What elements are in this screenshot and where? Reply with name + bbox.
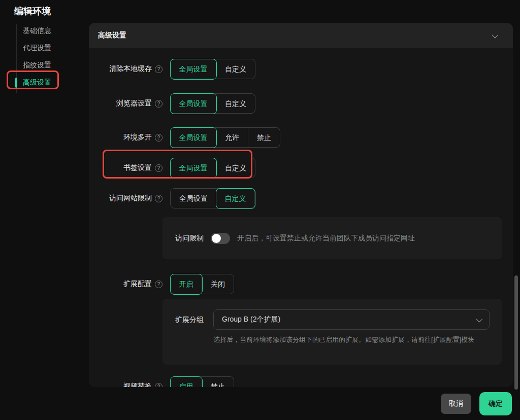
site-access-segmented: 全局设置 自定义: [170, 188, 255, 208]
panel-header-title: 高级设置: [98, 31, 126, 40]
help-icon[interactable]: ?: [155, 100, 162, 108]
help-icon[interactable]: ?: [155, 383, 162, 388]
option-global-settings[interactable]: 全局设置: [171, 189, 216, 208]
advanced-settings-panel: 高级设置 清除本地缓存 ? 全局设置 自定义 浏览器设置 ? 全局设置 自定义: [89, 23, 513, 387]
option-custom[interactable]: 自定义: [216, 158, 255, 178]
option-off[interactable]: 关闭: [202, 274, 234, 294]
option-forbid[interactable]: 禁止: [248, 128, 280, 147]
access-restriction-toggle[interactable]: [211, 233, 230, 244]
option-on[interactable]: 开启: [170, 274, 203, 295]
help-icon[interactable]: ?: [155, 164, 162, 172]
help-icon[interactable]: ?: [155, 134, 162, 142]
browser-settings-segmented: 全局设置 自定义: [170, 93, 255, 114]
extension-group-select[interactable]: Group B (2个扩展): [213, 309, 490, 330]
row-extensions: 扩展配置 ? 开启 关闭: [99, 274, 513, 294]
sidebar-item-proxy-settings[interactable]: 代理设置: [0, 40, 89, 57]
sidebar: 基础信息 代理设置 指纹设置 高级设置: [0, 22, 89, 91]
sidebar-item-label: 代理设置: [23, 44, 51, 53]
panel-body: 清除本地缓存 ? 全局设置 自定义 浏览器设置 ? 全局设置 自定义 环境多开: [89, 48, 513, 387]
active-indicator-bar: [15, 78, 17, 88]
row-label: 书签设置: [123, 163, 152, 172]
option-global-settings[interactable]: 全局设置: [170, 93, 217, 114]
row-label: 访问网站限制: [109, 194, 152, 203]
row-label: 清除本地缓存: [109, 64, 152, 74]
help-icon[interactable]: ?: [155, 195, 162, 202]
option-forbid[interactable]: 禁止: [202, 377, 234, 387]
extension-group-selected-value: Group B (2个扩展): [222, 315, 280, 324]
sidebar-item-fingerprint-settings[interactable]: 指纹设置: [0, 57, 89, 74]
extension-group-card: 扩展分组 Group B (2个扩展) 选择后，当前环境将添加该分组下的已启用的…: [162, 299, 502, 365]
access-restriction-label: 访问限制: [175, 234, 204, 243]
chevron-down-icon[interactable]: [492, 31, 499, 38]
option-enable[interactable]: 启用: [170, 376, 203, 388]
chevron-down-icon: [476, 316, 483, 322]
scrollbar-thumb[interactable]: [514, 275, 518, 390]
option-custom[interactable]: 自定义: [216, 94, 255, 113]
panel-header[interactable]: 高级设置: [89, 23, 513, 48]
toggle-knob: [212, 234, 221, 243]
sidebar-item-label: 基础信息: [23, 26, 51, 36]
access-restriction-card: 访问限制 开启后，可设置禁止或允许当前团队下成员访问指定网址: [162, 217, 502, 259]
help-icon[interactable]: ?: [155, 65, 162, 73]
row-label: 视频替换: [123, 382, 152, 387]
row-bookmarks: 书签设置 ? 全局设置 自定义: [99, 158, 513, 178]
option-global-settings[interactable]: 全局设置: [170, 127, 217, 148]
row-multi-open: 环境多开 ? 全局设置 允许 禁止: [99, 127, 513, 148]
option-custom[interactable]: 自定义: [216, 59, 255, 79]
bookmarks-segmented: 全局设置 自定义: [170, 158, 255, 178]
page-title: 编辑环境: [14, 5, 51, 17]
help-icon[interactable]: ?: [155, 281, 162, 288]
row-clear-cache: 清除本地缓存 ? 全局设置 自定义: [99, 59, 513, 79]
option-custom[interactable]: 自定义: [216, 188, 255, 209]
extension-group-hint: 选择后，当前环境将添加该分组下的已启用的扩展。如需添加扩展，请前往[扩展配置]模…: [213, 335, 490, 345]
extension-group-label: 扩展分组: [175, 316, 204, 325]
dialog-footer: 取消 确定: [0, 387, 520, 420]
cancel-button[interactable]: 取消: [441, 394, 471, 414]
row-label: 浏览器设置: [116, 99, 152, 108]
option-allow[interactable]: 允许: [216, 128, 248, 147]
extensions-segmented: 开启 关闭: [170, 274, 234, 294]
clear-cache-segmented: 全局设置 自定义: [170, 59, 255, 79]
row-label: 环境多开: [123, 133, 152, 142]
row-video-replace: 视频替换 ? 启用 禁止: [99, 376, 513, 387]
sidebar-item-label: 高级设置: [23, 78, 51, 87]
option-global-settings[interactable]: 全局设置: [170, 59, 217, 80]
sidebar-item-advanced-settings[interactable]: 高级设置: [0, 74, 89, 91]
access-restriction-hint: 开启后，可设置禁止或允许当前团队下成员访问指定网址: [237, 234, 415, 243]
video-replace-segmented: 启用 禁止: [170, 376, 234, 387]
row-browser-settings: 浏览器设置 ? 全局设置 自定义: [99, 93, 513, 114]
row-site-access: 访问网站限制 ? 全局设置 自定义: [99, 188, 513, 208]
sidebar-item-basic-info[interactable]: 基础信息: [0, 22, 89, 40]
row-label: 扩展配置: [123, 279, 152, 289]
sidebar-item-label: 指纹设置: [23, 61, 51, 70]
confirm-button[interactable]: 确定: [479, 392, 512, 415]
option-global-settings[interactable]: 全局设置: [170, 158, 217, 179]
multi-open-segmented: 全局设置 允许 禁止: [170, 127, 280, 148]
